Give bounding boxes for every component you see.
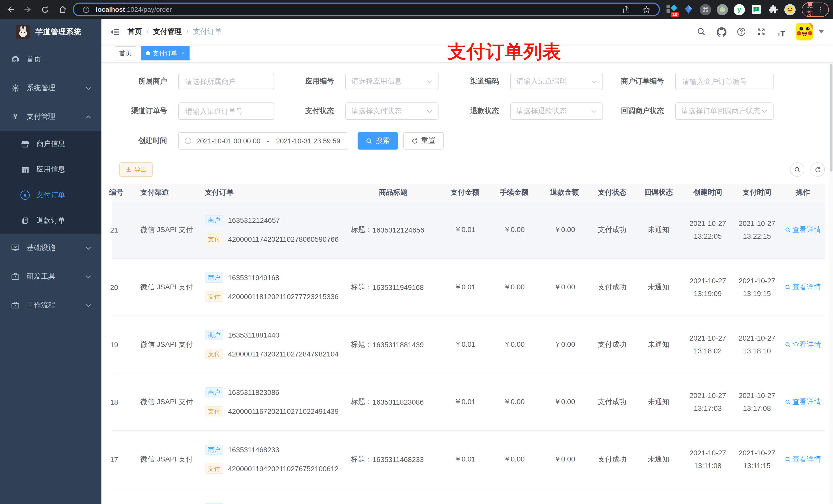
filter-label: 渠道编码	[433, 77, 510, 86]
app-logo[interactable]: 芋道管理系统	[0, 19, 101, 45]
table-row[interactable]: 21 微信 JSAPI 支付 商户1635312124657 支付4200001…	[112, 201, 825, 259]
table-row[interactable]: 19 微信 JSAPI 支付 商户1635311881440 支付4200001…	[112, 316, 825, 374]
cell-title: 标题：1635312124656	[345, 201, 441, 258]
sidebar-item-dev-tools[interactable]: 研发工具	[0, 262, 101, 291]
extension-y-icon[interactable]: y	[734, 4, 745, 15]
table-row[interactable]: 20 微信 JSAPI 支付 商户1635311949168 支付4200001…	[112, 259, 825, 316]
breadcrumb-current: 支付订单	[193, 27, 222, 37]
chevron-down-icon	[86, 275, 91, 279]
search-button-label: 搜索	[376, 136, 390, 145]
pay-status-select[interactable]: 请选择支付状态	[345, 102, 438, 120]
cell-create-time: 2021-10-2713:22:05	[689, 219, 726, 241]
sidebar-item-infra[interactable]: 基础设施	[0, 234, 101, 262]
extension-kite-icon[interactable]	[683, 4, 694, 15]
table-row[interactable]: 17 微信 JSAPI 支付 商户1635311468233 支付4200001…	[112, 431, 825, 488]
share-icon[interactable]	[620, 3, 632, 16]
sidebar-item-label: 首页	[27, 55, 41, 64]
export-button[interactable]: 导出	[119, 162, 153, 177]
cell-notify: 未通知	[635, 201, 682, 258]
col-action: 操作	[781, 184, 825, 201]
view-detail-link[interactable]: 查看详情	[785, 340, 821, 349]
create-time-range-picker[interactable]: 2021-10-01 00:00:00 - 2021-10-31 23:59:5…	[178, 132, 348, 149]
filter-label: 支付状态	[266, 106, 345, 116]
sidebar-item-label: 基础设施	[27, 243, 55, 253]
sidebar-collapse-icon[interactable]	[109, 26, 120, 38]
extension-chat-icon[interactable]	[751, 4, 762, 15]
channel-order-no-input[interactable]	[178, 102, 274, 120]
extension-devtools-icon[interactable]: 10	[666, 4, 677, 15]
search-button[interactable]: 搜索	[358, 132, 398, 149]
browser-update-button[interactable]: 更新 ⋮	[802, 2, 829, 17]
bookmark-star-icon[interactable]	[640, 3, 653, 16]
cell-id: 19	[110, 316, 140, 373]
select-placeholder: 请选择订单回调商户状态	[681, 106, 760, 116]
merchant-input[interactable]	[178, 73, 274, 90]
scrollbar-thumb[interactable]	[830, 64, 832, 172]
view-detail-link[interactable]: 查看详情	[785, 455, 821, 464]
cell-pay-time: 2021-10-2713:17:08	[738, 391, 775, 413]
tab-home[interactable]: 首页	[115, 46, 136, 61]
page-scrollbar[interactable]	[829, 19, 833, 504]
sidebar-item-workflow[interactable]: 工作流程	[0, 291, 101, 320]
cell-create-time: 2021-10-2713:19:09	[689, 276, 726, 298]
sidebar-item-label: 系统管理	[27, 83, 55, 93]
help-icon[interactable]	[736, 26, 747, 38]
chevron-up-icon	[86, 115, 91, 119]
tab-pay-order[interactable]: 支付订单 ×	[141, 46, 190, 61]
app-select[interactable]: 请选择应用信息	[345, 73, 438, 90]
view-detail-link[interactable]: 查看详情	[785, 225, 821, 234]
channel-order-no-field[interactable]	[185, 106, 268, 116]
notify-status-select[interactable]: 请选择订单回调商户状态	[675, 102, 774, 120]
dashboard-icon	[10, 54, 21, 65]
channel-code-select[interactable]: 请输入渠道编码	[510, 73, 603, 90]
table-row-partial[interactable]: 商户1635311351736	[112, 488, 825, 504]
sidebar-item-pay-order[interactable]: ¥ 支付订单	[0, 182, 101, 208]
chevron-down-icon	[591, 80, 597, 83]
profile-emoji-icon[interactable]	[784, 4, 795, 15]
sidebar-item-home[interactable]: 首页	[0, 45, 101, 74]
toggle-search-icon-button[interactable]	[790, 162, 804, 177]
font-size-icon[interactable]: TT	[776, 26, 787, 38]
extension-command-icon[interactable]: ⌘	[700, 4, 711, 15]
address-bar[interactable]: localhost:1024/pay/order	[73, 3, 660, 16]
merchant-input-field[interactable]	[185, 77, 268, 86]
browser-reload-icon[interactable]	[39, 3, 51, 16]
sidebar-item-app-info[interactable]: 应用信息	[0, 157, 101, 182]
refresh-table-icon-button[interactable]	[810, 162, 825, 177]
breadcrumb-pay[interactable]: 支付管理	[153, 27, 182, 37]
fullscreen-icon[interactable]	[756, 26, 767, 38]
browser-toolbar: localhost:1024/pay/order 10 ⌘	[0, 0, 833, 19]
browser-back-icon[interactable]	[4, 3, 16, 16]
sidebar-item-refund-order[interactable]: 退款订单	[0, 208, 101, 234]
merchant-order-no-field[interactable]	[681, 77, 767, 86]
avatar-caret-icon[interactable]	[819, 30, 824, 33]
table-row[interactable]: 18 微信 JSAPI 支付 商户1635311823086 支付4200001…	[112, 374, 825, 431]
browser-forward-icon[interactable]	[22, 3, 34, 16]
reset-button[interactable]: 重置	[403, 132, 444, 149]
tab-close-icon[interactable]: ×	[181, 50, 185, 56]
sidebar-item-merchant-info[interactable]: 商户信息	[0, 131, 101, 157]
merchant-order-no-input[interactable]	[675, 73, 774, 90]
browser-menu-icon[interactable]: ⋮	[817, 6, 824, 13]
site-info-icon[interactable]	[80, 3, 92, 16]
sidebar-item-label: 研发工具	[27, 272, 55, 281]
col-ctime: 创建时间	[682, 184, 733, 201]
extensions-puzzle-icon[interactable]	[767, 4, 779, 15]
breadcrumb-home[interactable]: 首页	[127, 27, 142, 37]
col-title: 商品标题	[345, 184, 441, 201]
chevron-down-icon	[86, 304, 91, 307]
view-detail-link[interactable]: 查看详情	[785, 397, 821, 406]
extension-grey-dot-icon[interactable]	[717, 4, 728, 15]
col-status: 支付状态	[590, 184, 635, 201]
header-search-icon[interactable]	[696, 26, 707, 38]
github-icon[interactable]	[716, 26, 727, 38]
cell-status: 支付成功	[590, 316, 635, 373]
view-detail-link[interactable]: 查看详情	[785, 283, 821, 292]
user-avatar[interactable]	[795, 23, 813, 41]
sidebar-item-system[interactable]: 系统管理	[0, 74, 101, 102]
refund-status-select[interactable]: 请选择退款状态	[510, 102, 603, 120]
browser-home-icon[interactable]	[56, 3, 69, 16]
sidebar-item-pay[interactable]: ¥ 支付管理	[0, 102, 101, 131]
main-area: 支付订单列表 首页 / 支付管理 / 支付订单	[101, 19, 833, 504]
cell-refund: ￥0.00	[540, 374, 590, 430]
